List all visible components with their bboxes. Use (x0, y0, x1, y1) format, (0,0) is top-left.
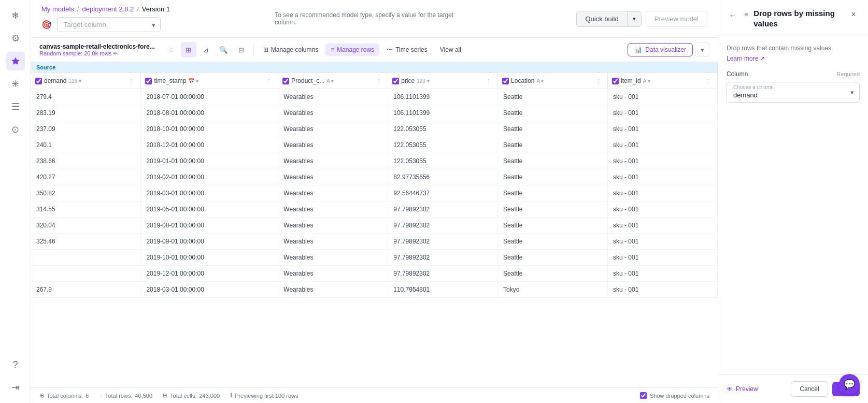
manage-columns-button[interactable]: ⊞ Manage columns (258, 44, 323, 56)
target-column-select[interactable]: Target column (57, 17, 161, 32)
manage-rows-button[interactable]: ≡ Manage rows (325, 44, 379, 56)
sidebar-icon-settings[interactable]: ⚙ (6, 29, 25, 48)
cell-time_stamp: 2018-08-01 00:00:00 (141, 105, 278, 121)
cell-location: Seattle (498, 234, 608, 250)
quick-build-arrow[interactable]: ▾ (627, 12, 641, 26)
col-checkbox-location[interactable] (502, 78, 509, 84)
col-menu-timestamp[interactable]: ⋮ (264, 76, 274, 85)
col-type-demand: 123 ▾ (68, 78, 81, 84)
col-header-price: price 123 ▾ ⋮ (388, 73, 498, 89)
quick-build-label[interactable]: Quick build (577, 11, 627, 26)
cell-demand: 238.66 (31, 153, 141, 169)
cell-item_id: sku - 001 (608, 121, 718, 137)
footer-preview: ℹ Previewing first 100 rows (230, 392, 298, 399)
col-menu-location[interactable]: ⋮ (594, 76, 603, 85)
footer-columns: ⊞ Total columns: 6 (39, 392, 89, 399)
cell-product_c: Wearables (278, 169, 388, 185)
col-checkbox-product[interactable] (282, 78, 289, 84)
cell-location: Seattle (498, 153, 608, 169)
panel-preview-button[interactable]: 👁 Preview (727, 385, 758, 393)
footer-rows: ≡ Total rows: 40,500 (99, 393, 152, 399)
sample-value[interactable]: 20.0k rows (84, 50, 111, 56)
cell-time_stamp: 2019-05-01 00:00:00 (141, 201, 278, 218)
edit-icon[interactable]: ✏ (113, 50, 118, 56)
sidebar-icon-toggle[interactable]: ⊙ (6, 120, 25, 139)
show-dropped-checkbox[interactable] (640, 392, 647, 399)
cell-location: Seattle (498, 185, 608, 201)
time-series-button[interactable]: 〜 Time series (381, 43, 433, 57)
quick-build-button[interactable]: Quick build ▾ (576, 11, 641, 27)
panel-close-button[interactable]: × (847, 8, 860, 21)
footer-columns-value: 6 (86, 393, 89, 399)
col-checkbox-item_id[interactable] (612, 78, 619, 84)
right-panel: ← ≡ Drop rows by missing values × Drop r… (718, 0, 868, 403)
col-header-product: Product_c... A ▾ ⋮ (278, 73, 388, 89)
target-icon: 🎯 (41, 20, 52, 30)
sidebar-icon-snowflake[interactable]: ❄ (6, 6, 25, 25)
cell-location: Seattle (498, 89, 608, 105)
cell-price: 122.053055 (388, 121, 498, 137)
cell-price: 106.1101399 (388, 105, 498, 121)
cell-price: 97.79892302 (388, 266, 498, 282)
panel-back-button[interactable]: ← (727, 9, 739, 22)
col-menu-price[interactable]: ⋮ (484, 76, 493, 85)
col-menu-product[interactable]: ⋮ (374, 76, 383, 85)
table-row: 325.462019-09-01 00:00:00Wearables97.798… (31, 234, 718, 250)
cell-item_id: sku - 001 (608, 218, 718, 234)
cell-product_c: Wearables (278, 266, 388, 282)
cell-price: 97.79892302 (388, 218, 498, 234)
table-view-button[interactable]: ⊞ (181, 42, 196, 57)
cell-product_c: Wearables (278, 89, 388, 105)
footer-right: Show dropped columns (640, 392, 709, 399)
cell-location: Seattle (498, 105, 608, 121)
panel-header: ← ≡ Drop rows by missing values × (718, 0, 868, 35)
manage-rows-label: Manage rows (337, 46, 374, 53)
col-checkbox-demand[interactable] (35, 78, 42, 84)
toolbar-chevron-button[interactable]: ▾ (695, 42, 709, 57)
table-row: 350.822019-03-01 00:00:00Wearables92.564… (31, 185, 718, 201)
data-table-container: Source demand 123 ▾ ⋮ (31, 62, 718, 387)
cell-product_c: Wearables (278, 218, 388, 234)
cell-product_c: Wearables (278, 201, 388, 218)
chat-bubble-button[interactable]: 💬 (839, 374, 860, 395)
breadcrumb-part1[interactable]: My models (41, 5, 74, 13)
col-checkbox-timestamp[interactable] (145, 78, 152, 84)
data-vis-icon: 📊 (634, 46, 642, 53)
cell-item_id: sku - 001 (608, 282, 718, 298)
col-label-price: price (401, 77, 415, 84)
sidebar-icon-asterisk[interactable]: ✳ (6, 75, 25, 93)
grid-view-button[interactable]: ≡ (163, 42, 179, 57)
panel-cancel-button[interactable]: Cancel (791, 381, 828, 397)
col-label-timestamp: time_stamp (154, 77, 186, 84)
show-dropped-columns: Show dropped columns (640, 392, 709, 399)
col-checkbox-price[interactable] (392, 78, 399, 84)
main-area: My models / deployment 2.8.2 / Version 1… (31, 0, 718, 403)
sidebar-icon-export[interactable]: ⇥ (6, 378, 25, 397)
cell-demand: 314.55 (31, 201, 141, 218)
col-menu-item_id[interactable]: ⋮ (704, 76, 713, 85)
cell-item_id: sku - 001 (608, 201, 718, 218)
panel-learn-more[interactable]: Learn more ↗ (727, 55, 860, 62)
cell-price: 97.79892302 (388, 201, 498, 218)
col-label-location: Location (511, 77, 534, 84)
cell-product_c: Wearables (278, 282, 388, 298)
cell-demand: 420.27 (31, 169, 141, 185)
filter-button[interactable]: ⊿ (198, 42, 214, 57)
search-button[interactable]: 🔍 (216, 42, 232, 57)
sidebar-icon-ml[interactable] (6, 52, 25, 70)
footer-cells-label: Total cells: (170, 393, 196, 399)
col-menu-demand[interactable]: ⋮ (127, 76, 136, 85)
breadcrumb-part2[interactable]: deployment 2.8.2 (82, 5, 134, 13)
data-visualizer-button[interactable]: 📊 Data visualizer (628, 43, 693, 56)
col-label-item_id: item_id (621, 77, 641, 84)
panel-description: Drop rows that contain missing values. (727, 44, 860, 53)
settings-button[interactable]: ⊟ (234, 42, 249, 57)
sidebar-icon-list[interactable]: ☰ (6, 97, 25, 116)
panel-column-select[interactable]: demand (727, 90, 859, 102)
cell-item_id: sku - 001 (608, 169, 718, 185)
sidebar-icon-help[interactable]: ? (6, 355, 25, 374)
view-all-button[interactable]: View all (435, 44, 466, 56)
cell-item_id: sku - 001 (608, 89, 718, 105)
cell-item_id: sku - 001 (608, 105, 718, 121)
preview-model-button[interactable]: Preview model (646, 11, 707, 27)
